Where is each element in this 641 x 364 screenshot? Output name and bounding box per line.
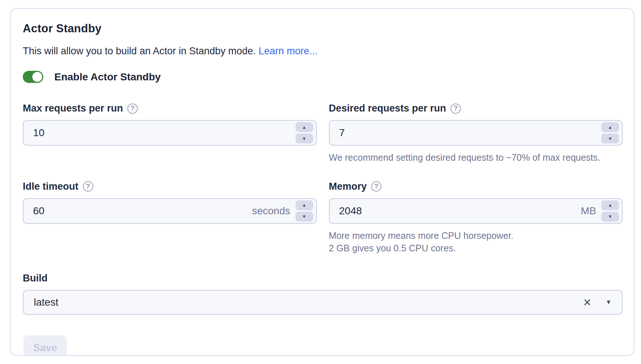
build-label: Build [23,273,48,284]
stepper-group: ▲ ▼ [601,122,619,143]
arrow-down-icon: ▼ [608,214,612,219]
toggle-label: Enable Actor Standby [54,71,161,83]
help-icon[interactable]: ? [127,103,138,114]
stepper-up-button[interactable]: ▲ [296,200,313,210]
learn-more-link[interactable]: Learn more... [258,46,318,57]
description-text: This will allow you to build an Actor in… [23,46,256,57]
stepper-down-button[interactable]: ▼ [296,134,313,143]
max-requests-input-wrap: ▲ ▼ [23,120,317,146]
label-row: Desired requests per run ? [329,103,623,114]
label-row: Idle timeout ? [23,181,317,192]
max-requests-label: Max requests per run [23,103,123,114]
arrow-up-icon: ▲ [302,203,307,207]
clear-selection-icon[interactable]: ✕ [583,296,591,309]
stepper-group: ▲ ▼ [296,200,313,222]
actor-standby-card: Actor Standby This will allow you to bui… [10,8,634,356]
field-desired-requests: Desired requests per run ? ▲ ▼ We recomm… [329,103,623,164]
idle-timeout-unit: seconds [252,205,290,217]
desired-requests-label: Desired requests per run [329,103,446,114]
memory-input-wrap: MB ▲ ▼ [329,198,623,224]
desired-requests-input-wrap: ▲ ▼ [329,120,623,146]
memory-helper-line-2: 2 GB gives you 0.5 CPU cores. [329,242,623,255]
stepper-up-button[interactable]: ▲ [296,122,313,132]
help-icon[interactable]: ? [371,181,381,192]
help-icon[interactable]: ? [83,181,93,192]
field-idle-timeout: Idle timeout ? seconds ▲ ▼ [23,181,317,224]
enable-standby-toggle[interactable] [23,71,43,83]
arrow-up-icon: ▲ [608,203,612,207]
arrow-down-icon: ▼ [302,136,307,141]
enable-standby-row: Enable Actor Standby [23,71,623,83]
stepper-down-button[interactable]: ▼ [601,212,619,222]
desired-requests-helper: We recommend setting desired requests to… [329,152,623,164]
standby-settings-grid: Max requests per run ? ▲ ▼ Desired reque… [23,103,623,254]
stepper-down-button[interactable]: ▼ [296,212,313,222]
field-memory: Memory ? MB ▲ ▼ More memory means more C… [329,181,623,255]
memory-input[interactable] [330,199,581,223]
idle-timeout-input-wrap: seconds ▲ ▼ [23,198,317,224]
label-row: Max requests per run ? [23,103,317,114]
field-max-requests: Max requests per run ? ▲ ▼ [23,103,317,146]
save-button[interactable]: Save [23,335,67,356]
section-description: This will allow you to build an Actor in… [23,46,623,57]
label-row: Build [23,273,623,284]
label-row: Memory ? [329,181,623,192]
toggle-knob [32,72,42,82]
arrow-up-icon: ▲ [302,125,307,130]
memory-helper: More memory means more CPU horsepower. 2… [329,230,623,255]
arrow-down-icon: ▼ [608,136,612,141]
stepper-up-button[interactable]: ▲ [601,122,619,132]
field-build: Build latest ✕ ▼ [23,273,623,315]
page-title: Actor Standby [23,22,623,35]
memory-helper-line-1: More memory means more CPU horsepower. [329,230,623,242]
chevron-down-icon[interactable]: ▼ [605,299,612,306]
help-icon[interactable]: ? [450,103,461,114]
desired-requests-input[interactable] [330,121,602,145]
idle-timeout-input[interactable] [23,199,252,223]
build-selected-value: latest [23,296,583,308]
idle-timeout-label: Idle timeout [23,181,79,192]
stepper-down-button[interactable]: ▼ [601,134,619,143]
stepper-group: ▲ ▼ [296,122,313,143]
memory-unit: MB [581,205,596,217]
stepper-up-button[interactable]: ▲ [601,200,619,210]
memory-label: Memory [329,181,367,192]
max-requests-input[interactable] [23,121,296,145]
stepper-group: ▲ ▼ [601,200,619,222]
arrow-down-icon: ▼ [302,214,307,219]
arrow-up-icon: ▲ [608,125,612,130]
build-select[interactable]: latest ✕ ▼ [23,290,623,315]
